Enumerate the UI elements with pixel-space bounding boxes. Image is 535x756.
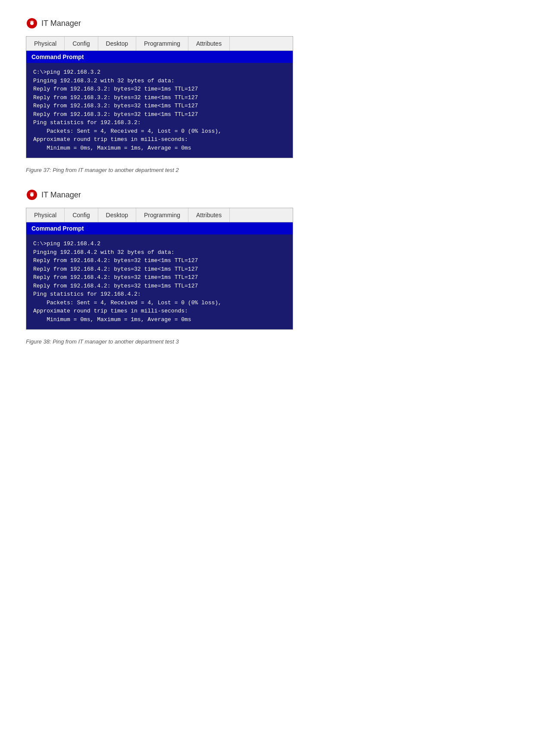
tab-programming-37[interactable]: Programming xyxy=(136,37,188,50)
figure-38-caption: Figure 38: Ping from IT manager to anoth… xyxy=(26,338,509,345)
it-manager-window-37: Physical Config Desktop Programming Attr… xyxy=(26,36,293,158)
terminal-line: C:\>ping 192.168.4.2 xyxy=(33,240,286,248)
app-title-37: IT Manager xyxy=(26,17,509,29)
terminal-line: Minimum = 0ms, Maximum = 1ms, Average = … xyxy=(33,144,286,153)
terminal-line: Minimum = 0ms, Maximum = 1ms, Average = … xyxy=(33,316,286,324)
terminal-line: Packets: Sent = 4, Received = 4, Lost = … xyxy=(33,299,286,307)
figure-37-section: IT Manager Physical Config Desktop Progr… xyxy=(26,17,509,173)
terminal-line: Reply from 192.168.4.2: bytes=32 time<1m… xyxy=(33,256,286,265)
app-title-38: IT Manager xyxy=(26,189,509,201)
figure-38-section: IT Manager Physical Config Desktop Progr… xyxy=(26,189,509,345)
terminal-line: Approximate round trip times in milli-se… xyxy=(33,135,286,144)
tab-attributes-37[interactable]: Attributes xyxy=(188,37,230,50)
terminal-line: C:\>ping 192.168.3.2 xyxy=(33,68,286,77)
terminal-line: Reply from 192.168.4.2: bytes=32 time=1m… xyxy=(33,273,286,282)
terminal-38: C:\>ping 192.168.4.2Pinging 192.168.4.2 … xyxy=(26,234,293,329)
it-manager-icon-37 xyxy=(26,17,38,29)
terminal-line: Reply from 192.168.4.2: bytes=32 time=1m… xyxy=(33,282,286,291)
command-prompt-bar-38: Command Prompt xyxy=(26,222,293,234)
tab-physical-37[interactable]: Physical xyxy=(26,37,65,50)
tab-desktop-37[interactable]: Desktop xyxy=(98,37,136,50)
terminal-line: Pinging 192.168.3.2 with 32 bytes of dat… xyxy=(33,77,286,85)
terminal-line: Pinging 192.168.4.2 with 32 bytes of dat… xyxy=(33,248,286,257)
command-prompt-bar-37: Command Prompt xyxy=(26,51,293,63)
terminal-line: Packets: Sent = 4, Received = 4, Lost = … xyxy=(33,127,286,136)
svg-point-1 xyxy=(30,22,34,25)
terminal-line: Reply from 192.168.4.2: bytes=32 time<1m… xyxy=(33,265,286,274)
tab-config-37[interactable]: Config xyxy=(65,37,98,50)
terminal-line: Reply from 192.168.3.2: bytes=32 time<1m… xyxy=(33,102,286,110)
app-title-37-label: IT Manager xyxy=(41,19,81,28)
terminal-37: C:\>ping 192.168.3.2Pinging 192.168.3.2 … xyxy=(26,63,293,158)
terminal-line: Approximate round trip times in milli-se… xyxy=(33,307,286,316)
svg-point-3 xyxy=(30,193,34,197)
terminal-line: Ping statistics for 192.168.4.2: xyxy=(33,290,286,299)
tab-config-38[interactable]: Config xyxy=(65,208,98,222)
tab-bar-37: Physical Config Desktop Programming Attr… xyxy=(26,37,293,51)
terminal-line: Reply from 192.168.3.2: bytes=32 time<1m… xyxy=(33,110,286,119)
terminal-line: Reply from 192.168.3.2: bytes=32 time=1m… xyxy=(33,85,286,94)
it-manager-window-38: Physical Config Desktop Programming Attr… xyxy=(26,208,293,330)
terminal-line: Reply from 192.168.3.2: bytes=32 time<1m… xyxy=(33,94,286,102)
terminal-line: Ping statistics for 192.168.3.2: xyxy=(33,119,286,127)
it-manager-icon-38 xyxy=(26,189,38,201)
app-title-38-label: IT Manager xyxy=(41,191,81,200)
tab-programming-38[interactable]: Programming xyxy=(136,208,188,222)
tab-attributes-38[interactable]: Attributes xyxy=(188,208,230,222)
figure-37-caption: Figure 37: Ping from IT manager to anoth… xyxy=(26,167,509,173)
tab-bar-38: Physical Config Desktop Programming Attr… xyxy=(26,208,293,222)
tab-physical-38[interactable]: Physical xyxy=(26,208,65,222)
tab-desktop-38[interactable]: Desktop xyxy=(98,208,136,222)
